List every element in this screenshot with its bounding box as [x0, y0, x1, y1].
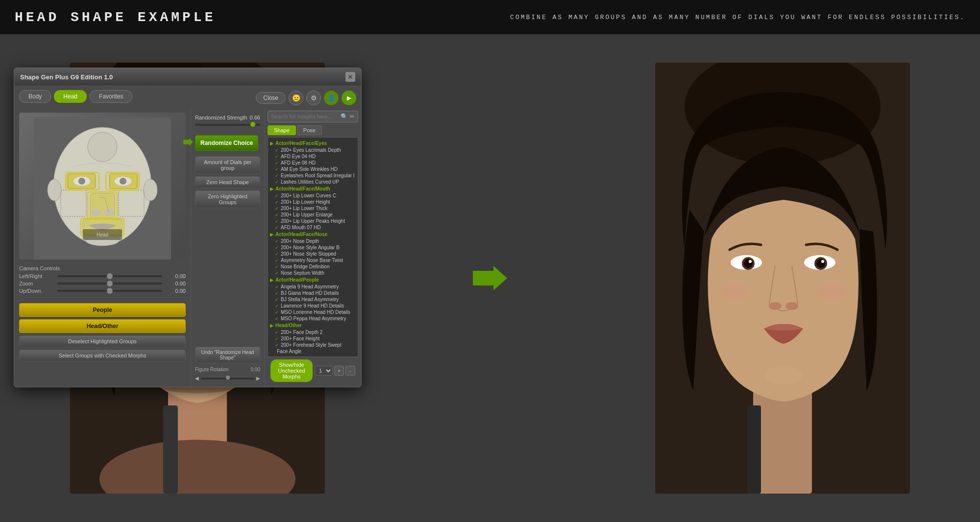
- tab-body[interactable]: Body: [19, 90, 51, 103]
- rotation-plus[interactable]: ▶: [256, 376, 260, 381]
- morph-item[interactable]: ✓200+ Nose Depth: [270, 238, 356, 244]
- svg-text:Head: Head: [97, 232, 108, 237]
- face-icon-button[interactable]: 😐: [289, 91, 303, 105]
- camera-controls: Camera Controls Left/Right 0.00 Zoom 0.0…: [19, 262, 186, 298]
- morph-item[interactable]: ✓AM Eye Side Wrinkles HD: [270, 166, 356, 172]
- middle-panel: Randomized Strength 0.66 Randomize Choic…: [191, 108, 265, 387]
- tab-favorites[interactable]: Favorites: [90, 90, 132, 103]
- morph-item[interactable]: ✓BJ Giana Head HD Details: [270, 290, 356, 296]
- svg-point-56: [120, 178, 126, 185]
- nav-plus-button[interactable]: +: [334, 366, 344, 376]
- morph-item[interactable]: ✓AFD Mouth 07 HD: [270, 224, 356, 231]
- pencil-icon: ✏: [350, 113, 355, 120]
- morph-list[interactable]: ▶Actor/Head/Face/Eyes✓200+ Eyes Lacrimal…: [268, 137, 358, 357]
- left-right-value: 0.00: [166, 273, 186, 279]
- transform-arrow: [466, 266, 514, 290]
- amount-dials-button[interactable]: Amount of Dials per group: [195, 156, 260, 174]
- app-title: HEAD SHAPE EXAMPLE: [15, 10, 216, 25]
- play-icon: ▶: [347, 95, 351, 101]
- svg-point-36: [818, 284, 846, 300]
- left-panel: Head Camera Controls Left/Right 0.00 Zoo…: [14, 108, 191, 387]
- morph-item[interactable]: ✓200+ Lip Lower Height: [270, 199, 356, 205]
- morph-item[interactable]: ✓200+ Lip Lower Thick: [270, 205, 356, 212]
- deselect-highlighted-button[interactable]: Deselect Highlighted Groups: [19, 335, 186, 347]
- camera-controls-label: Camera Controls: [19, 265, 186, 271]
- nav-minus-button[interactable]: -: [345, 366, 355, 376]
- head-other-button[interactable]: Head/Other: [19, 319, 186, 333]
- morph-category: ▶Actor/Head/Face/Mouth: [270, 185, 356, 192]
- morph-item[interactable]: ✓200+ Forehead Style Swept: [270, 342, 356, 348]
- page-selector[interactable]: 1: [315, 366, 333, 376]
- svg-point-30: [816, 259, 825, 268]
- morph-item[interactable]: ✓200+ Nose Style Angular B: [270, 244, 356, 251]
- zero-highlighted-button[interactable]: Zero Highlighted Groups: [195, 190, 260, 208]
- morph-item[interactable]: ✓MSO Peppa Head Asymmetry: [270, 315, 356, 322]
- tab-head[interactable]: Head: [54, 90, 87, 103]
- undo-button[interactable]: Undo "Randomize Head Shape": [195, 347, 260, 363]
- dialog-titlebar: Shape Gen Plus G9 Edition 1.0 ✕: [14, 68, 361, 86]
- morph-item[interactable]: ✓Eyelashes Root Spread Irregular I: [270, 172, 356, 179]
- search-input[interactable]: [271, 114, 339, 119]
- zoom-value: 0.00: [166, 281, 186, 286]
- close-button[interactable]: Close: [256, 92, 286, 104]
- morph-item[interactable]: ✓AFD Eye 08 HD: [270, 160, 356, 166]
- svg-point-37: [765, 366, 802, 384]
- select-checked-button[interactable]: Select Groups with Checked Morphs: [19, 350, 186, 361]
- svg-point-34: [785, 302, 798, 310]
- rotation-slider[interactable]: [201, 378, 254, 380]
- figure-rotation-label: Figure Rotation: [195, 367, 228, 372]
- rotation-minus[interactable]: ◀: [195, 376, 199, 381]
- right-panel: 🔍 ✏ Shape Pose ▶Actor/Head/Face/Eyes✓200…: [265, 108, 361, 387]
- dialog-content: Head Camera Controls Left/Right 0.00 Zoo…: [14, 108, 361, 387]
- morph-item[interactable]: ✓MSO Lorienne Head HD Details: [270, 309, 356, 315]
- morph-item[interactable]: ✓Nose Septum Width: [270, 270, 356, 276]
- morph-item[interactable]: ✓200+ Lip Upper Enlarge: [270, 212, 356, 218]
- svg-rect-24: [747, 405, 761, 494]
- morph-item[interactable]: ✓Angela 9 Head Asymmetry: [270, 284, 356, 290]
- dialog-window: Shape Gen Plus G9 Edition 1.0 ✕ Body Hea…: [14, 68, 362, 387]
- morph-item[interactable]: ✓BJ Stella Head Asymmetry: [270, 296, 356, 303]
- people-button[interactable]: People: [19, 303, 186, 317]
- tab-pose[interactable]: Pose: [297, 125, 322, 135]
- svg-point-29: [744, 259, 753, 268]
- svg-point-31: [749, 260, 752, 263]
- gear-icon-button[interactable]: ⚙: [306, 91, 321, 105]
- zoom-control: Zoom 0.00: [19, 281, 186, 286]
- morph-item[interactable]: ✓AFD Eye 04 HD: [270, 153, 356, 160]
- morph-item[interactable]: ✓200+ Face Height: [270, 335, 356, 342]
- play-button[interactable]: ▶: [342, 91, 356, 105]
- after-portrait-image: [655, 63, 910, 494]
- randomize-button[interactable]: Randomize Choice: [195, 135, 258, 151]
- morph-item[interactable]: ✓Lawrence 9 Head HD Details: [270, 303, 356, 309]
- tab-shape[interactable]: Shape: [268, 125, 296, 135]
- strength-slider[interactable]: [195, 124, 260, 126]
- svg-rect-5: [163, 405, 178, 494]
- morph-item[interactable]: ✓Asymmetry Nose Base Twist: [270, 257, 356, 263]
- morph-item[interactable]: ✓200+ Eyes Lacrimals Depth: [270, 147, 356, 153]
- morph-item[interactable]: ✓200+ Lip Upper Peaks Height: [270, 218, 356, 224]
- up-down-value: 0.00: [166, 288, 186, 294]
- morph-item[interactable]: ✓200+ Lip Lower Curves C: [270, 192, 356, 199]
- after-portrait: [655, 63, 910, 494]
- svg-point-46: [91, 209, 101, 216]
- head-3d-view: Head: [19, 113, 186, 260]
- zero-head-button[interactable]: Zero Head Shape: [195, 176, 260, 188]
- svg-point-42: [144, 179, 157, 201]
- show-hide-button[interactable]: Show/hide Unchecked Morphs: [270, 359, 313, 382]
- morph-item[interactable]: ✓Lashes Utilities Curved UP: [270, 179, 356, 185]
- person-icon-button[interactable]: 👤: [324, 91, 339, 105]
- search-bar: 🔍 ✏: [268, 111, 358, 122]
- svg-point-32: [821, 260, 824, 263]
- left-right-slider[interactable]: [57, 275, 162, 277]
- morph-item[interactable]: Face Angle: [270, 348, 356, 355]
- morph-category: ▶Actor/Head/Face/Nose: [270, 231, 356, 238]
- zoom-slider[interactable]: [57, 283, 162, 285]
- up-down-slider[interactable]: [57, 290, 162, 292]
- dialog-close-button[interactable]: ✕: [345, 72, 355, 82]
- morph-item[interactable]: ✓Nose Bridge Definition: [270, 263, 356, 270]
- svg-point-41: [48, 179, 61, 201]
- morph-item[interactable]: ✓200+ Nose Style Slopped: [270, 251, 356, 257]
- header-subtitle: COMBINE AS MANY GROUPS AND AS MANY NUMBE…: [510, 14, 965, 21]
- morph-item[interactable]: ✓200+ Face Depth 2: [270, 329, 356, 335]
- figure-rotation-value: 0.00: [251, 367, 260, 372]
